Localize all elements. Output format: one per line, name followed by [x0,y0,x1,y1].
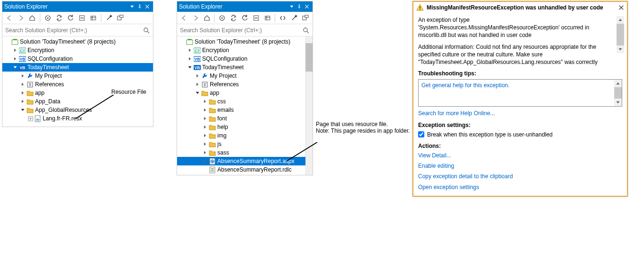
preview-button[interactable] [300,13,311,23]
tree-item[interactable]: Solution 'TodayTimesheet' (8 projects) [2,37,153,46]
expander-icon[interactable] [202,115,208,122]
scope-button[interactable] [43,13,53,23]
toolbar [177,12,313,24]
refresh-button[interactable] [240,13,250,23]
expander-icon[interactable] [27,115,34,122]
expander-icon[interactable] [202,132,208,139]
sync-button[interactable] [228,13,239,23]
search-input[interactable] [4,26,142,35]
panel-title: Solution Explorer [4,3,128,10]
tip-general-help-link[interactable]: Get general help for this exception. [421,82,510,89]
home-button[interactable] [202,13,212,23]
forward-button[interactable] [16,13,26,23]
tree-item-label: AbsenceSummaryReport.aspx [217,158,295,164]
close-icon[interactable] [303,3,311,10]
view-detail-link[interactable]: View Detail... [418,152,451,159]
search-icon[interactable] [301,27,311,34]
scroll-up-icon[interactable] [614,80,622,87]
expander-icon[interactable] [187,47,193,54]
expander-icon[interactable] [202,141,208,147]
search-icon[interactable] [142,27,151,34]
tree-item[interactable]: AbsenceSummaryReport.rdlc [177,165,313,174]
tree-item[interactable]: font [177,114,313,123]
expander-icon[interactable] [202,166,208,173]
open-exception-settings-link[interactable]: Open exception settings [418,184,479,191]
tree-item[interactable]: TodayTimesheet [177,63,313,72]
tree-item[interactable]: TodayTimesheet [2,63,153,72]
expander-icon[interactable] [12,47,18,54]
tree-item[interactable]: My Project [2,72,153,80]
tree-item[interactable]: Encryption [2,46,153,55]
tree-item[interactable]: References [177,80,313,89]
message-scrollbar[interactable] [617,16,624,53]
tips-scrollbar[interactable] [614,80,622,106]
tree-item[interactable]: Encryption [177,46,313,55]
preview-button[interactable] [115,13,125,23]
back-button[interactable] [179,13,189,23]
expander-icon[interactable] [12,55,18,62]
expander-icon[interactable] [194,81,201,88]
copy-exception-link[interactable]: Copy exception detail to the clipboard [418,173,513,180]
expander-icon[interactable] [19,98,26,105]
search-input[interactable] [179,26,301,35]
break-checkbox[interactable] [418,131,424,137]
expander-icon[interactable] [19,90,26,96]
sync-button[interactable] [54,13,64,23]
annotation-line-2 [284,142,320,164]
properties-button[interactable] [104,13,114,23]
expander-icon[interactable] [202,107,208,113]
forward-button[interactable] [190,13,201,23]
tree-item[interactable]: img [177,131,313,140]
dropdown-icon[interactable] [128,3,136,10]
scroll-thumb[interactable] [305,43,313,72]
collapse-button[interactable] [251,13,261,23]
expander-icon[interactable] [19,81,26,88]
expander-icon[interactable] [19,73,26,79]
back-button[interactable] [4,13,15,23]
expander-icon[interactable] [202,98,208,105]
tree-item-label: css [217,98,226,105]
pin-icon[interactable] [295,3,303,10]
tree-item[interactable]: help [177,123,313,131]
expander-icon[interactable] [4,38,11,45]
rdlc-icon [208,166,216,173]
tree-item[interactable]: References [2,80,153,89]
enable-editing-link[interactable]: Enable editing [418,163,454,169]
tree-item[interactable]: app [177,89,313,97]
expander-icon[interactable] [12,64,18,71]
tree-item[interactable]: My Project [177,72,313,80]
tree-item[interactable]: emails [177,106,313,114]
expander-icon[interactable] [179,38,186,45]
expander-icon[interactable] [202,124,208,130]
showall-button[interactable] [88,13,98,23]
close-icon[interactable] [618,5,624,10]
search-help-online-link[interactable]: Search for more Help Online... [418,110,495,117]
vb-icon [193,55,201,63]
pin-icon[interactable] [136,3,143,10]
properties-button[interactable] [289,13,299,23]
showall-button[interactable] [262,13,273,23]
wrench-icon [201,72,208,80]
scroll-up-icon[interactable] [617,16,624,24]
tree-item[interactable]: SQLConfiguration [177,55,313,63]
expander-icon[interactable] [202,158,208,164]
expander-icon[interactable] [187,55,193,62]
scope-button[interactable] [217,13,227,23]
close-icon[interactable] [143,3,151,10]
home-button[interactable] [27,13,37,23]
titlebar: Solution Explorer [2,1,153,12]
collapse-button[interactable] [77,13,87,23]
expander-icon[interactable] [194,73,201,79]
tree-item[interactable]: Solution 'TodayTimesheet' (8 projects) [177,37,313,46]
tree-item[interactable]: css [177,97,313,106]
expander-icon[interactable] [194,90,201,96]
refresh-button[interactable] [65,13,76,23]
expander-icon[interactable] [202,149,208,156]
tree-item[interactable]: SQLConfiguration [2,55,153,63]
scroll-down-icon[interactable] [617,46,624,53]
code-button[interactable] [277,13,288,23]
dropdown-icon[interactable] [288,3,295,10]
scroll-down-icon[interactable] [614,99,622,106]
expander-icon[interactable] [19,107,26,113]
expander-icon[interactable] [187,64,193,71]
